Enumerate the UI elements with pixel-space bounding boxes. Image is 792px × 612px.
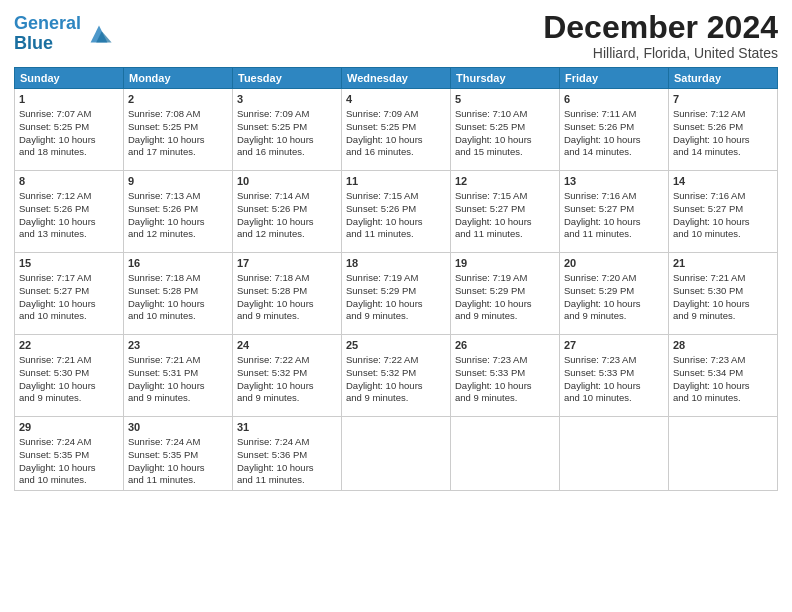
calendar-cell: [451, 417, 560, 491]
day-info-line: Sunset: 5:27 PM: [455, 203, 555, 216]
day-info-line: and 9 minutes.: [455, 392, 555, 405]
calendar-cell: 17Sunrise: 7:18 AMSunset: 5:28 PMDayligh…: [233, 253, 342, 335]
day-number: 21: [673, 256, 773, 271]
day-info-line: Daylight: 10 hours: [237, 134, 337, 147]
day-info-line: Sunrise: 7:09 AM: [346, 108, 446, 121]
day-number: 6: [564, 92, 664, 107]
day-info-line: and 9 minutes.: [564, 310, 664, 323]
day-info-line: Sunset: 5:36 PM: [237, 449, 337, 462]
day-info-line: Sunrise: 7:22 AM: [237, 354, 337, 367]
day-info-line: Sunset: 5:27 PM: [19, 285, 119, 298]
logo-line1: General: [14, 13, 81, 33]
week-row: 1Sunrise: 7:07 AMSunset: 5:25 PMDaylight…: [15, 89, 778, 171]
day-number: 17: [237, 256, 337, 271]
calendar-cell: 16Sunrise: 7:18 AMSunset: 5:28 PMDayligh…: [124, 253, 233, 335]
logo: General Blue: [14, 14, 113, 54]
calendar-cell: 1Sunrise: 7:07 AMSunset: 5:25 PMDaylight…: [15, 89, 124, 171]
day-info-line: and 15 minutes.: [455, 146, 555, 159]
day-info-line: Sunrise: 7:18 AM: [237, 272, 337, 285]
day-info-line: Sunrise: 7:24 AM: [19, 436, 119, 449]
day-info-line: and 10 minutes.: [19, 474, 119, 487]
day-info-line: Sunrise: 7:18 AM: [128, 272, 228, 285]
day-number: 2: [128, 92, 228, 107]
day-info-line: Sunrise: 7:16 AM: [564, 190, 664, 203]
day-info-line: Sunset: 5:26 PM: [346, 203, 446, 216]
week-row: 22Sunrise: 7:21 AMSunset: 5:30 PMDayligh…: [15, 335, 778, 417]
week-row: 29Sunrise: 7:24 AMSunset: 5:35 PMDayligh…: [15, 417, 778, 491]
calendar-cell: 7Sunrise: 7:12 AMSunset: 5:26 PMDaylight…: [669, 89, 778, 171]
day-info-line: Sunset: 5:25 PM: [19, 121, 119, 134]
col-header-wednesday: Wednesday: [342, 68, 451, 89]
calendar-cell: 14Sunrise: 7:16 AMSunset: 5:27 PMDayligh…: [669, 171, 778, 253]
day-info-line: Daylight: 10 hours: [19, 134, 119, 147]
day-info-line: Sunset: 5:26 PM: [128, 203, 228, 216]
day-info-line: Daylight: 10 hours: [564, 380, 664, 393]
day-number: 28: [673, 338, 773, 353]
calendar-cell: 15Sunrise: 7:17 AMSunset: 5:27 PMDayligh…: [15, 253, 124, 335]
day-info-line: Sunset: 5:31 PM: [128, 367, 228, 380]
col-header-sunday: Sunday: [15, 68, 124, 89]
calendar-cell: 9Sunrise: 7:13 AMSunset: 5:26 PMDaylight…: [124, 171, 233, 253]
calendar-cell: 3Sunrise: 7:09 AMSunset: 5:25 PMDaylight…: [233, 89, 342, 171]
col-header-monday: Monday: [124, 68, 233, 89]
day-number: 24: [237, 338, 337, 353]
day-info-line: and 11 minutes.: [346, 228, 446, 241]
col-header-saturday: Saturday: [669, 68, 778, 89]
day-info-line: and 10 minutes.: [564, 392, 664, 405]
day-info-line: and 9 minutes.: [346, 310, 446, 323]
day-info-line: Sunset: 5:25 PM: [128, 121, 228, 134]
day-info-line: Sunrise: 7:21 AM: [673, 272, 773, 285]
day-info-line: Sunset: 5:29 PM: [346, 285, 446, 298]
day-number: 5: [455, 92, 555, 107]
day-info-line: and 18 minutes.: [19, 146, 119, 159]
day-info-line: Sunset: 5:26 PM: [237, 203, 337, 216]
day-info-line: Sunrise: 7:16 AM: [673, 190, 773, 203]
day-info-line: Sunrise: 7:10 AM: [455, 108, 555, 121]
calendar-cell: 18Sunrise: 7:19 AMSunset: 5:29 PMDayligh…: [342, 253, 451, 335]
calendar-cell: 2Sunrise: 7:08 AMSunset: 5:25 PMDaylight…: [124, 89, 233, 171]
day-info-line: Daylight: 10 hours: [19, 216, 119, 229]
day-info-line: Daylight: 10 hours: [564, 134, 664, 147]
day-info-line: and 9 minutes.: [455, 310, 555, 323]
day-number: 1: [19, 92, 119, 107]
calendar-cell: 27Sunrise: 7:23 AMSunset: 5:33 PMDayligh…: [560, 335, 669, 417]
day-info-line: Sunset: 5:33 PM: [564, 367, 664, 380]
day-info-line: Daylight: 10 hours: [673, 216, 773, 229]
calendar-cell: [560, 417, 669, 491]
day-info-line: Sunset: 5:25 PM: [455, 121, 555, 134]
day-number: 26: [455, 338, 555, 353]
day-info-line: Sunset: 5:34 PM: [673, 367, 773, 380]
calendar-table: SundayMondayTuesdayWednesdayThursdayFrid…: [14, 67, 778, 491]
day-info-line: and 17 minutes.: [128, 146, 228, 159]
day-info-line: Daylight: 10 hours: [19, 380, 119, 393]
day-info-line: Sunset: 5:27 PM: [673, 203, 773, 216]
day-number: 20: [564, 256, 664, 271]
day-info-line: Sunrise: 7:23 AM: [564, 354, 664, 367]
day-info-line: Daylight: 10 hours: [346, 216, 446, 229]
calendar-cell: 26Sunrise: 7:23 AMSunset: 5:33 PMDayligh…: [451, 335, 560, 417]
day-info-line: and 10 minutes.: [128, 310, 228, 323]
day-info-line: Daylight: 10 hours: [564, 298, 664, 311]
logo-icon: [85, 20, 113, 48]
calendar-cell: 11Sunrise: 7:15 AMSunset: 5:26 PMDayligh…: [342, 171, 451, 253]
day-info-line: and 16 minutes.: [346, 146, 446, 159]
day-info-line: and 9 minutes.: [346, 392, 446, 405]
day-info-line: Sunset: 5:28 PM: [237, 285, 337, 298]
day-info-line: and 11 minutes.: [564, 228, 664, 241]
day-info-line: and 12 minutes.: [128, 228, 228, 241]
day-info-line: Sunset: 5:30 PM: [19, 367, 119, 380]
day-info-line: Sunrise: 7:12 AM: [673, 108, 773, 121]
calendar-header-row: SundayMondayTuesdayWednesdayThursdayFrid…: [15, 68, 778, 89]
day-info-line: Daylight: 10 hours: [19, 298, 119, 311]
day-info-line: and 14 minutes.: [564, 146, 664, 159]
day-info-line: Daylight: 10 hours: [455, 134, 555, 147]
day-info-line: Sunrise: 7:24 AM: [237, 436, 337, 449]
week-row: 15Sunrise: 7:17 AMSunset: 5:27 PMDayligh…: [15, 253, 778, 335]
logo-text: General Blue: [14, 14, 81, 54]
day-info-line: and 9 minutes.: [237, 310, 337, 323]
day-number: 11: [346, 174, 446, 189]
day-info-line: Daylight: 10 hours: [128, 134, 228, 147]
day-number: 23: [128, 338, 228, 353]
day-info-line: and 11 minutes.: [237, 474, 337, 487]
day-info-line: Daylight: 10 hours: [673, 380, 773, 393]
